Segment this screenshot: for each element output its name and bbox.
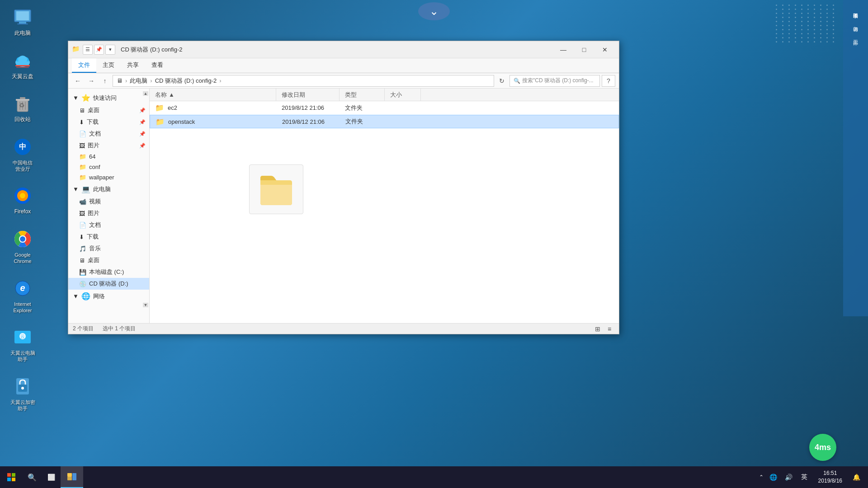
file-date-ec2: 2019/8/12 21:06: [276, 101, 340, 114]
list-view-btn[interactable]: ≡: [604, 324, 614, 334]
minimize-button[interactable]: —: [553, 43, 574, 56]
svg-text:♻: ♻: [19, 102, 25, 109]
breadcrumb-pc[interactable]: 此电脑: [130, 77, 147, 85]
nav-section-network[interactable]: ▼ 🌐 网络: [68, 290, 149, 303]
google-chrome-icon: [12, 228, 33, 250]
desktop-icon-china-telecom[interactable]: 中 中国电信营业厅: [5, 134, 41, 174]
nav-item-documents[interactable]: 📄 文档 📌: [68, 128, 149, 140]
status-bar: 2 个项目 选中 1 个项目 ⊞ ≡: [68, 323, 619, 334]
desktop-icon-google-chrome[interactable]: GoogleChrome: [5, 226, 41, 267]
this-pc-nav-icon: 💻: [81, 185, 90, 193]
pin-icon-2: 📌: [139, 119, 146, 125]
pin-icon-3: 📌: [139, 131, 146, 137]
china-telecom-label: 中国电信营业厅: [13, 160, 33, 173]
tianyi-secret-icon: [12, 375, 33, 397]
forward-button[interactable]: →: [85, 75, 97, 87]
file-list-empty-area: [150, 128, 619, 264]
svg-rect-39: [67, 477, 72, 480]
desktop-icon-tianyi-cloud[interactable]: 天翼云盘: [5, 48, 41, 82]
taskbar-multitask-btn[interactable]: ⬜: [42, 466, 61, 488]
tray-expand-btn[interactable]: ⌃: [757, 472, 765, 482]
svg-rect-35: [12, 473, 15, 477]
this-pc-label: 此电脑: [14, 30, 31, 37]
file-row-ec2[interactable]: 📁 ec2 2019/8/12 21:06 文件夹: [150, 101, 619, 115]
taskbar-clock[interactable]: 16:51 2019/8/16: [814, 469, 847, 485]
maximize-button[interactable]: □: [574, 43, 594, 56]
nav-section-this-pc[interactable]: ▼ 💻 此电脑: [68, 183, 149, 196]
status-selected: 选中 1 个项目: [103, 325, 136, 333]
nav-item-pictures[interactable]: 🖼 图片 📌: [68, 140, 149, 151]
taskbar-volume-icon[interactable]: 🔊: [782, 470, 796, 484]
folder-wallpaper-icon: 📁: [79, 174, 86, 181]
tab-home[interactable]: 主页: [96, 58, 121, 73]
nav-item-downloads[interactable]: ⬇ 下载 📌: [68, 116, 149, 128]
nav-item-downloads2[interactable]: ⬇ 下载: [68, 231, 149, 243]
search-box[interactable]: 🔍 搜索"CD 驱动器 (D:) config-...: [509, 75, 600, 87]
desktop-icon-tianyi-helper[interactable]: 云 天翼云电脑助手: [5, 324, 41, 365]
desktop-icon-recycle-bin[interactable]: ♻ 回收站: [5, 91, 41, 125]
help-button[interactable]: ?: [602, 75, 615, 87]
taskbar-network-icon[interactable]: 🌐: [766, 470, 781, 484]
taskbar-notification-btn[interactable]: 🔔: [849, 470, 863, 484]
col-header-type[interactable]: 类型: [340, 89, 385, 101]
nav-item-conf[interactable]: 📁 conf: [68, 162, 149, 172]
nav-item-64[interactable]: 📁 64: [68, 151, 149, 162]
taskbar-lang-btn[interactable]: 英: [797, 470, 811, 484]
window-title: CD 驱动器 (D:) config-2: [119, 46, 553, 54]
folder-conf-icon: 📁: [79, 164, 86, 170]
svg-point-22: [20, 193, 25, 198]
nav-scroll-indicator[interactable]: ▲: [143, 91, 148, 96]
this-pc-icon: [12, 6, 33, 28]
nav-item-pictures2[interactable]: 🖼 图片: [68, 207, 149, 219]
tab-share[interactable]: 共享: [121, 58, 145, 73]
nav-item-d-drive[interactable]: 💿 CD 驱动器 (D:): [68, 278, 149, 290]
nav-item-documents2[interactable]: 📄 文档: [68, 219, 149, 231]
quick-down-btn[interactable]: ▾: [105, 45, 115, 55]
clock-time: 16:51: [818, 469, 842, 477]
quick-pin-btn[interactable]: 📌: [94, 45, 104, 55]
taskbar-explorer-btn[interactable]: [61, 466, 83, 488]
c-drive-nav-icon: 💾: [79, 269, 86, 276]
tianyi-cloud-icon: [12, 50, 33, 71]
quick-properties-btn[interactable]: ☰: [83, 45, 93, 55]
nav-scroll-down-btn[interactable]: ▼: [143, 303, 148, 307]
col-header-size[interactable]: 大小: [385, 89, 421, 101]
svg-rect-37: [12, 478, 15, 481]
address-path[interactable]: 🖥 › 此电脑 › CD 驱动器 (D:) config-2 ›: [113, 75, 494, 87]
file-list-header: 名称 ▲ 修改日期 类型 大小: [150, 89, 619, 101]
nav-item-c-drive[interactable]: 💾 本地磁盘 (C:): [68, 266, 149, 278]
tab-file[interactable]: 文件: [72, 58, 96, 73]
nav-item-music[interactable]: 🎵 音乐: [68, 243, 149, 254]
status-right: ⊞ ≡: [593, 324, 614, 334]
nav-section-quick-access[interactable]: ▼ ⭐ 快速访问: [68, 91, 149, 104]
ie-label: InternetExplorer: [14, 301, 32, 314]
file-size-openstack: [385, 115, 421, 128]
quick-access-chevron: ▼: [73, 94, 79, 101]
start-button[interactable]: [0, 466, 23, 488]
close-button[interactable]: ✕: [594, 43, 615, 56]
tianyi-helper-icon: 云: [12, 326, 33, 348]
col-header-date[interactable]: 修改日期: [276, 89, 340, 101]
nav-item-desktop[interactable]: 🖥 桌面 📌: [68, 104, 149, 116]
nav-item-wallpaper[interactable]: 📁 wallpaper: [68, 172, 149, 183]
taskbar-search-btn[interactable]: 🔍: [23, 466, 42, 488]
desktop-icon-firefox[interactable]: Firefox: [5, 183, 41, 217]
breadcrumb-drive[interactable]: CD 驱动器 (D:) config-2: [155, 77, 217, 85]
refresh-button[interactable]: ↻: [496, 75, 508, 87]
file-row-openstack[interactable]: 📁 openstack 2019/8/12 21:06 文件夹: [150, 115, 619, 128]
grid-view-btn[interactable]: ⊞: [593, 324, 603, 334]
desktop-icon-ie[interactable]: e InternetExplorer: [5, 276, 41, 316]
downloads-nav-icon: ⬇: [79, 119, 84, 126]
back-button[interactable]: ←: [72, 75, 84, 87]
svg-rect-12: [16, 99, 29, 101]
desktop-icon-this-pc[interactable]: 此电脑: [5, 5, 41, 39]
col-header-name[interactable]: 名称 ▲: [150, 89, 276, 101]
nav-item-desktop2[interactable]: 🖥 桌面: [68, 254, 149, 266]
svg-rect-2: [19, 22, 26, 23]
nav-item-videos[interactable]: 📹 视频: [68, 196, 149, 207]
tab-view[interactable]: 查看: [145, 58, 170, 73]
up-button[interactable]: ↑: [99, 75, 111, 87]
folder-icon-ec2: 📁: [155, 103, 164, 112]
svg-rect-40: [72, 473, 76, 480]
desktop-icon-tianyi-secret[interactable]: 天翼云加密助手: [5, 374, 41, 414]
